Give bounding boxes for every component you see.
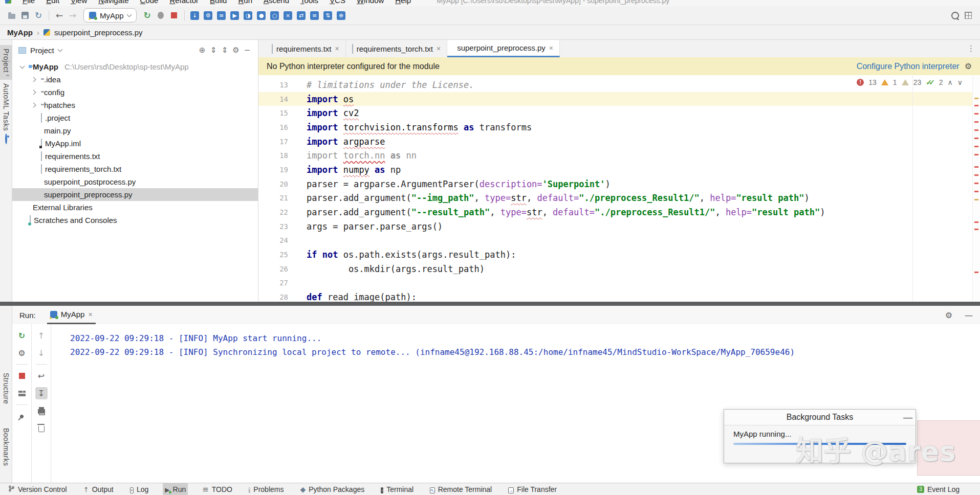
profiler-icon[interactable]: ◑: [242, 9, 255, 22]
tree-item-myapp-iml[interactable]: MyApp.iml: [12, 137, 258, 150]
save-all-icon[interactable]: [18, 9, 32, 22]
expand-all-icon[interactable]: ⇕: [208, 46, 219, 55]
settings-icon[interactable]: ⚙: [230, 46, 242, 55]
line-number[interactable]: 15: [258, 106, 296, 120]
synchronize-icon[interactable]: ↻: [32, 9, 45, 22]
close-icon[interactable]: ×: [437, 44, 441, 53]
menu-item-ascend[interactable]: Ascend: [264, 0, 289, 5]
banner-gear-icon[interactable]: ⚙: [965, 61, 972, 71]
line-number[interactable]: 17: [258, 134, 296, 149]
menu-item-tools[interactable]: Tools: [300, 0, 318, 5]
close-icon[interactable]: ×: [335, 44, 339, 53]
locate-icon[interactable]: ⊕: [197, 46, 208, 55]
tree-item-myapp[interactable]: MyAppC:\Users\rsd\Desktop\sp-test\MyApp: [12, 60, 258, 73]
stripe-mark[interactable]: [974, 229, 978, 230]
tree-item-requirements-torch-txt[interactable]: requirements_torch.txt: [12, 163, 258, 175]
configure-interpreter-link[interactable]: Configure Python interpreter: [857, 62, 960, 71]
chevron-down-icon[interactable]: [57, 47, 62, 52]
scroll-to-end-icon[interactable]: ↧: [35, 387, 48, 399]
forward-icon[interactable]: →: [66, 9, 79, 22]
stripe-mark[interactable]: [974, 121, 978, 123]
statusbar-item-output[interactable]: ↑Output: [81, 483, 116, 495]
toolwindow-tab-automl-tasks[interactable]: AutoML Tasks: [0, 80, 12, 147]
statusbar-item-terminal[interactable]: ›Terminal: [379, 483, 416, 495]
hide-icon[interactable]: −: [242, 46, 253, 55]
menu-item-run[interactable]: Run: [238, 0, 252, 5]
stripe-mark[interactable]: [974, 154, 978, 155]
precision-comparator-icon[interactable]: ⊕: [335, 9, 348, 22]
stripe-mark[interactable]: [974, 105, 978, 106]
deployment-settings-icon[interactable]: ≡: [215, 9, 228, 22]
close-icon[interactable]: ×: [88, 310, 92, 319]
log-parser-icon[interactable]: ≡: [308, 9, 321, 22]
line-number[interactable]: 23: [258, 219, 296, 234]
open-file-icon[interactable]: [5, 9, 18, 22]
ssh-upload-icon[interactable]: ↓: [188, 9, 202, 22]
dump-analyzer-icon[interactable]: ⇅: [321, 9, 335, 22]
line-number[interactable]: 27: [258, 276, 296, 290]
tree-item-hpatches[interactable]: hpatches: [12, 99, 258, 111]
chevron-right-icon[interactable]: [31, 103, 36, 108]
menu-item-edit[interactable]: Edit: [46, 0, 59, 5]
debug-icon[interactable]: [154, 9, 167, 22]
stripe-mark[interactable]: [974, 166, 978, 168]
menu-item-navigate[interactable]: Navigate: [98, 0, 128, 5]
close-icon[interactable]: ×: [549, 44, 553, 52]
chevron-right-icon[interactable]: [31, 90, 36, 95]
tree-item-requirements-txt[interactable]: requirements.txt: [12, 150, 258, 163]
tree-item--idea[interactable]: .idea: [12, 73, 258, 86]
model-visualizer-icon[interactable]: ○: [268, 9, 281, 22]
tree-item--project[interactable]: .project: [12, 111, 258, 124]
pin-icon[interactable]: [16, 410, 28, 422]
back-icon[interactable]: ←: [53, 9, 66, 22]
rerun-icon[interactable]: ↻: [16, 329, 28, 342]
chevron-down-icon[interactable]: [19, 63, 25, 69]
code-editor[interactable]: 13# limitations under the License.14impo…: [258, 75, 980, 302]
line-number[interactable]: 26: [258, 262, 296, 276]
collapse-all-icon[interactable]: ⇕: [219, 46, 230, 55]
wrench-icon[interactable]: ⚙: [16, 347, 28, 359]
inspections-widget[interactable]: ! 13 1 23 ✓✓ 2 ∧ ∨: [857, 78, 963, 86]
stop-icon[interactable]: [16, 370, 28, 382]
next-issue-icon[interactable]: ∨: [957, 78, 963, 86]
statusbar-item-problems[interactable]: !Problems: [247, 483, 286, 495]
tree-item-superpoint-preprocess-py[interactable]: superpoint_preprocess.py: [12, 188, 258, 201]
line-number[interactable]: 20: [258, 177, 296, 191]
toolwindow-tab-bookmarks[interactable]: Bookmarks: [0, 424, 12, 474]
stripe-mark[interactable]: [974, 113, 978, 115]
soft-wrap-icon[interactable]: ↩: [35, 370, 48, 382]
line-number[interactable]: 28: [258, 290, 296, 302]
line-number[interactable]: 16: [258, 120, 296, 134]
down-icon[interactable]: ↓: [35, 347, 48, 359]
search-icon[interactable]: [948, 9, 962, 22]
line-number[interactable]: 21: [258, 191, 296, 206]
stripe-mark[interactable]: [974, 183, 978, 184]
breadcrumb-file[interactable]: superpoint_preprocess.py: [54, 28, 143, 37]
menu-item-file[interactable]: File: [23, 0, 35, 5]
line-number[interactable]: 24: [258, 234, 296, 248]
editor-tab-superpoint-preprocess-py[interactable]: superpoint_preprocess.py×: [447, 40, 560, 57]
statusbar-item-run[interactable]: ▶Run: [163, 483, 188, 495]
line-number[interactable]: 19: [258, 163, 296, 177]
project-panel-title[interactable]: Project: [30, 46, 54, 55]
editor-tab-requirements-txt[interactable]: requirements.txt×: [266, 40, 346, 57]
menu-item-refactor[interactable]: Refactor: [169, 0, 199, 5]
statusbar-item-log[interactable]: +Log: [128, 483, 151, 495]
menu-item-code[interactable]: Code: [140, 0, 159, 5]
menu-item-help[interactable]: Help: [395, 0, 411, 5]
ssh-settings-icon[interactable]: ⚙: [202, 9, 215, 22]
tree-item-external-libraries[interactable]: External Libraries: [12, 201, 258, 214]
statusbar-item-todo[interactable]: ≡TODO: [200, 483, 234, 495]
stripe-mark[interactable]: [974, 272, 978, 273]
tree-item-main-py[interactable]: main.py: [12, 124, 258, 137]
horizontal-splitter[interactable]: [0, 302, 980, 306]
error-stripe-scrollbar[interactable]: [972, 75, 980, 302]
model-converter-icon[interactable]: ●: [255, 9, 268, 22]
run-settings-gear-icon[interactable]: ⚙: [945, 310, 952, 320]
run-config-combo[interactable]: MyApp: [79, 8, 141, 22]
statusbar-item-python-packages[interactable]: ◆Python Packages: [298, 483, 366, 495]
stripe-mark[interactable]: [974, 146, 978, 147]
rerun-icon[interactable]: ↻: [141, 9, 154, 22]
stripe-mark[interactable]: [974, 129, 978, 131]
line-number[interactable]: 13: [258, 78, 296, 92]
